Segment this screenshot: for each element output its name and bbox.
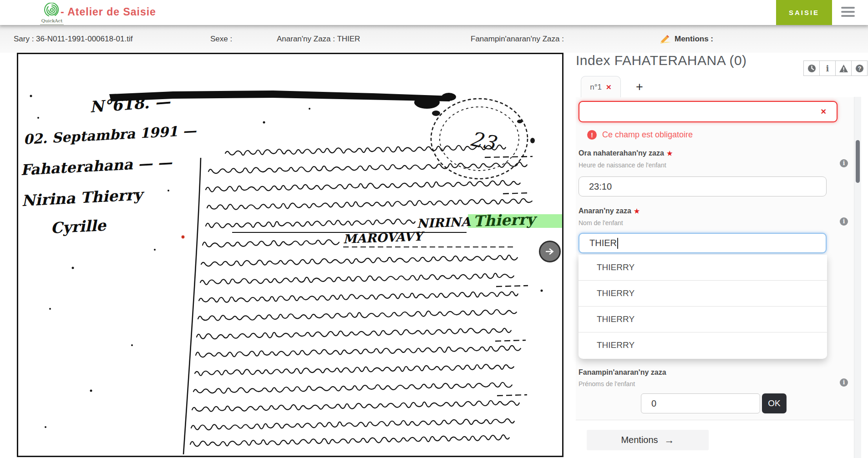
- error-message: Ce champ est obligatoire: [602, 130, 693, 140]
- saisie-button[interactable]: SAISIE: [776, 0, 832, 25]
- tab-label: n°1: [590, 83, 602, 92]
- text-caret: [617, 238, 618, 249]
- prenoms-count-input[interactable]: 0: [641, 393, 760, 413]
- clear-input-icon[interactable]: ✕: [821, 107, 827, 116]
- suggestion-item[interactable]: THIERRY: [579, 280, 827, 306]
- suggestion-item[interactable]: THIERRY: [579, 255, 827, 280]
- info-icon: i: [826, 64, 829, 73]
- ok-button[interactable]: OK: [762, 393, 787, 413]
- validation-error: ! Ce champ est obligatoire: [587, 130, 693, 140]
- toolbar: i ?: [804, 60, 868, 76]
- suggestion-item[interactable]: THIERRY: [579, 332, 827, 358]
- svg-text:Fahaterahana — —: Fahaterahana — —: [20, 154, 173, 179]
- tab-close-icon[interactable]: ✕: [606, 83, 612, 91]
- scanned-document-viewer[interactable]: 23 N°618. — 02. Septambra 1991 — Fahater…: [17, 53, 563, 457]
- panel-scrollbar-thumb[interactable]: [856, 140, 860, 183]
- fanampin-zaza-label: Fanampin'anaran'ny Zaza :: [471, 35, 564, 44]
- required-star: ★: [634, 207, 640, 215]
- next-arrow-button[interactable]: [539, 241, 561, 262]
- body-word-nirina: NIRINA: [416, 215, 471, 231]
- sary-filename-label: Sary : 36-N011-1991-000618-01.tif: [14, 35, 132, 44]
- tab-n1[interactable]: n°1 ✕: [581, 76, 621, 98]
- red-dot-marker: [182, 236, 185, 239]
- field-label-fanampin: Fanampin'anaran'ny zaza: [579, 368, 666, 377]
- suggestion-item[interactable]: THIERRY: [579, 306, 827, 332]
- add-tab-button[interactable]: +: [630, 77, 649, 96]
- writing-hand-icon: [660, 34, 672, 44]
- hamburger-menu-icon[interactable]: [841, 7, 855, 19]
- panel-scrollbar-track: [854, 97, 861, 458]
- arrow-right-icon: →: [665, 434, 675, 446]
- warning-button[interactable]: [835, 60, 852, 76]
- handwritten-record-scan: 23 N°618. — 02. Septambra 1991 — Fahater…: [18, 54, 562, 456]
- brand-tagline: [40, 24, 64, 25]
- required-empty-input[interactable]: ✕: [579, 101, 838, 122]
- index-title: Index FAHATERAHANA (0): [576, 53, 747, 68]
- birth-time-value: 23:10: [589, 181, 612, 192]
- child-name-input[interactable]: THIER: [579, 233, 827, 253]
- mentions-nav-button[interactable]: Mentions →: [587, 430, 709, 450]
- margin-annotations: N°618. — 02. Septambra 1991 — Fahateraha…: [20, 92, 197, 237]
- record-info-bar: Sary : 36-N011-1991-000618-01.tif Sexe :…: [0, 25, 868, 53]
- field-label-anaran: Anaran'ny zaza★: [579, 207, 640, 215]
- warning-triangle-icon: [839, 64, 848, 73]
- info-icon[interactable]: i: [840, 159, 848, 167]
- arrow-right-icon: [546, 248, 554, 255]
- mentions-button-label: Mentions: [621, 435, 658, 445]
- info-icon[interactable]: i: [840, 217, 848, 226]
- help-icon: ?: [855, 64, 864, 73]
- info-button[interactable]: i: [819, 60, 836, 76]
- svg-text:N°618. —: N°618. —: [89, 92, 171, 116]
- app-header: QuickAct - Atelier de Saisie SAISIE: [0, 0, 868, 25]
- birth-time-input[interactable]: 23:10: [579, 176, 827, 196]
- required-star: ★: [667, 150, 673, 157]
- svg-text:02. Septambra 1991 —: 02. Septambra 1991 —: [23, 122, 197, 147]
- clock-icon: [807, 64, 816, 73]
- sexe-label: Sexe :: [210, 35, 232, 44]
- scan-noise: [30, 95, 543, 428]
- body-word-thierry: Thierry: [473, 210, 538, 230]
- prenoms-count-value: 0: [651, 398, 656, 409]
- child-name-value: THIER: [589, 238, 617, 248]
- body-word-marovavy: MAROVAVY: [343, 229, 425, 246]
- help-button[interactable]: ?: [851, 60, 868, 76]
- error-exclamation-icon: !: [587, 130, 597, 140]
- anaran-zaza-label: Anaran'ny Zaza : THIER: [277, 35, 360, 44]
- name-suggestions-dropdown: THIERRY THIERRY THIERRY THIERRY: [579, 255, 827, 359]
- field-sublabel-prenoms: Prénoms de l'enfant: [579, 380, 635, 388]
- spiral-logo-icon: [44, 3, 60, 19]
- field-sublabel-nom: Nom de l'enfant: [579, 219, 623, 226]
- field-label-ora: Ora nahaterahan'ny zaza★: [579, 149, 672, 157]
- mentions-label: Mentions :: [675, 35, 713, 44]
- brand-name: QuickAct: [38, 18, 66, 23]
- info-icon[interactable]: i: [840, 378, 848, 387]
- svg-text:Cyrille: Cyrille: [50, 216, 107, 237]
- page-title: - Atelier de Saisie: [61, 6, 156, 18]
- stamp-number: 23: [468, 127, 499, 155]
- history-clock-button[interactable]: [803, 60, 820, 76]
- svg-text:?: ?: [858, 65, 861, 71]
- svg-text:Nirina Thierry: Nirina Thierry: [21, 186, 145, 210]
- field-sublabel-heure: Heure de naissance de l'enfant: [579, 161, 666, 169]
